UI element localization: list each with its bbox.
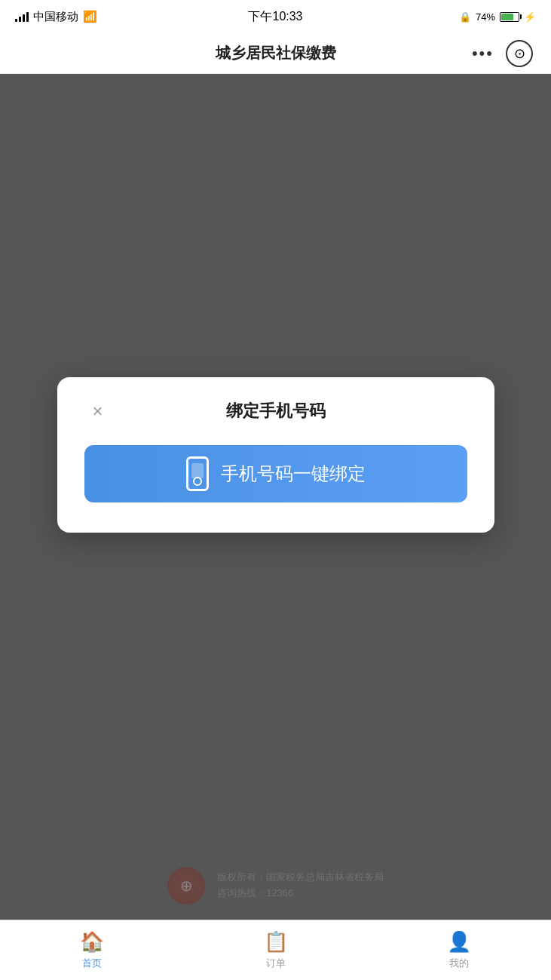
status-bar-time: 下午10:33 — [248, 9, 302, 25]
signal-icon — [15, 11, 29, 22]
status-bar: 中国移动 📶 下午10:33 🔒 74% ⚡ — [0, 0, 551, 33]
page-title: 城乡居民社保缴费 — [216, 43, 336, 63]
status-bar-left: 中国移动 📶 — [15, 10, 97, 24]
nav-actions: ••• ⊙ — [472, 40, 533, 67]
record-icon: ⊙ — [514, 45, 525, 62]
home-icon: 🏠 — [80, 930, 104, 954]
dialog-title: 绑定手机号码 — [226, 400, 326, 422]
tab-orders[interactable]: 📋 订单 — [184, 930, 368, 970]
bind-phone-dialog: × 绑定手机号码 手机号码一键绑定 — [57, 377, 494, 533]
tab-home-label: 首页 — [82, 957, 102, 970]
status-bar-right: 🔒 74% ⚡ — [459, 11, 536, 23]
battery-icon — [500, 12, 519, 22]
tab-mine-label: 我的 — [449, 957, 469, 970]
charge-icon: ⚡ — [524, 11, 536, 23]
nav-bar: 城乡居民社保缴费 ••• ⊙ — [0, 33, 551, 74]
dialog-close-button[interactable]: × — [84, 398, 112, 425]
tab-home[interactable]: 🏠 首页 — [0, 930, 184, 970]
wifi-icon: 📶 — [83, 10, 97, 23]
bind-button-label: 手机号码一键绑定 — [221, 462, 366, 486]
tab-bar: 🏠 首页 📋 订单 👤 我的 — [0, 920, 551, 980]
carrier-label: 中国移动 — [33, 10, 78, 24]
more-options-button[interactable]: ••• — [472, 44, 494, 63]
lock-icon: 🔒 — [459, 11, 471, 23]
orders-icon: 📋 — [264, 930, 288, 954]
dialog-header: × 绑定手机号码 — [84, 400, 467, 422]
battery-percent: 74% — [476, 11, 495, 23]
tab-orders-label: 订单 — [266, 957, 286, 970]
mine-icon: 👤 — [447, 930, 471, 954]
record-button[interactable]: ⊙ — [506, 40, 533, 67]
tab-mine[interactable]: 👤 我的 — [367, 930, 551, 970]
bind-phone-button[interactable]: 手机号码一键绑定 — [84, 445, 467, 502]
phone-icon — [186, 456, 209, 491]
